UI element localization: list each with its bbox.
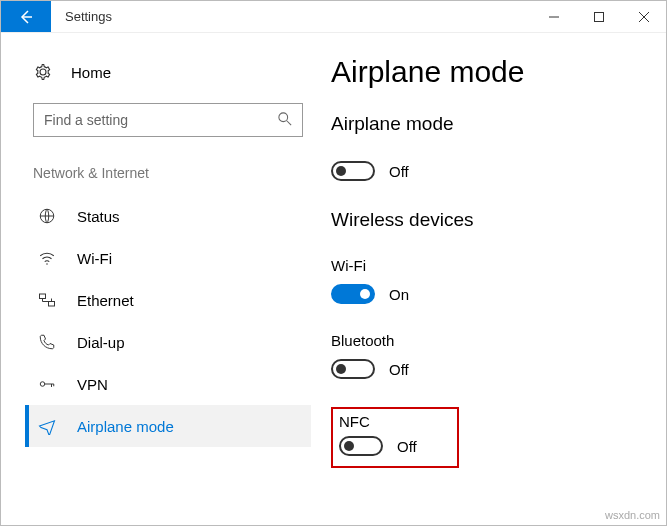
search-icon <box>278 112 292 129</box>
arrow-left-icon <box>18 9 34 25</box>
sidebar-item-status[interactable]: Status <box>25 195 311 237</box>
airplane-mode-toggle[interactable] <box>331 161 375 181</box>
maximize-button[interactable] <box>576 1 621 32</box>
svg-rect-0 <box>594 12 603 21</box>
svg-rect-4 <box>40 294 46 299</box>
window-controls <box>531 1 666 32</box>
home-button[interactable]: Home <box>25 57 311 97</box>
nfc-label: NFC <box>339 413 417 430</box>
sidebar-item-wifi[interactable]: Wi-Fi <box>25 237 311 279</box>
window-title: Settings <box>51 1 531 32</box>
sidebar-item-label: Dial-up <box>77 334 125 351</box>
svg-rect-5 <box>49 302 55 307</box>
sidebar-item-vpn[interactable]: VPN <box>25 363 311 405</box>
search-input[interactable]: Find a setting <box>33 103 303 137</box>
main-panel: Airplane mode Airplane mode Off Wireless… <box>331 33 666 525</box>
airplane-mode-state: Off <box>389 163 409 180</box>
close-icon <box>639 12 649 22</box>
airplane-mode-heading: Airplane mode <box>331 113 656 135</box>
sidebar-item-ethernet[interactable]: Ethernet <box>25 279 311 321</box>
gear-icon <box>33 63 53 81</box>
wireless-heading: Wireless devices <box>331 209 656 231</box>
wifi-toggle[interactable] <box>331 284 375 304</box>
svg-point-3 <box>46 263 48 265</box>
search-placeholder: Find a setting <box>44 112 128 128</box>
maximize-icon <box>594 12 604 22</box>
minimize-button[interactable] <box>531 1 576 32</box>
airplane-mode-toggle-row: Off <box>331 161 656 181</box>
section-header: Network & Internet <box>25 157 311 195</box>
wifi-state: On <box>389 286 409 303</box>
bluetooth-state: Off <box>389 361 409 378</box>
bluetooth-toggle-row: Off <box>331 359 656 379</box>
phone-icon <box>37 333 57 351</box>
sidebar-item-label: VPN <box>77 376 108 393</box>
sidebar-item-airplane[interactable]: Airplane mode <box>25 405 311 447</box>
svg-point-6 <box>40 382 45 387</box>
nfc-toggle[interactable] <box>339 436 383 456</box>
nfc-highlight: NFC Off <box>331 407 459 468</box>
nfc-state: Off <box>397 438 417 455</box>
svg-point-1 <box>279 112 288 121</box>
back-button[interactable] <box>1 1 51 32</box>
sidebar-item-label: Status <box>77 208 120 225</box>
sidebar: Home Find a setting Network & Internet S… <box>1 33 331 525</box>
titlebar: Settings <box>1 1 666 33</box>
sidebar-item-label: Airplane mode <box>77 418 174 435</box>
sidebar-item-dialup[interactable]: Dial-up <box>25 321 311 363</box>
airplane-icon <box>37 417 57 435</box>
sidebar-item-label: Ethernet <box>77 292 134 309</box>
vpn-icon <box>37 375 57 393</box>
bluetooth-label: Bluetooth <box>331 332 656 349</box>
nfc-toggle-row: Off <box>339 436 417 456</box>
close-button[interactable] <box>621 1 666 32</box>
sidebar-item-label: Wi-Fi <box>77 250 112 267</box>
ethernet-icon <box>37 291 57 309</box>
minimize-icon <box>549 12 559 22</box>
wifi-label: Wi-Fi <box>331 257 656 274</box>
home-label: Home <box>71 64 111 81</box>
watermark: wsxdn.com <box>605 509 660 521</box>
globe-icon <box>37 207 57 225</box>
wifi-toggle-row: On <box>331 284 656 304</box>
wifi-icon <box>37 249 57 267</box>
page-title: Airplane mode <box>331 55 656 89</box>
bluetooth-toggle[interactable] <box>331 359 375 379</box>
content: Home Find a setting Network & Internet S… <box>1 33 666 525</box>
